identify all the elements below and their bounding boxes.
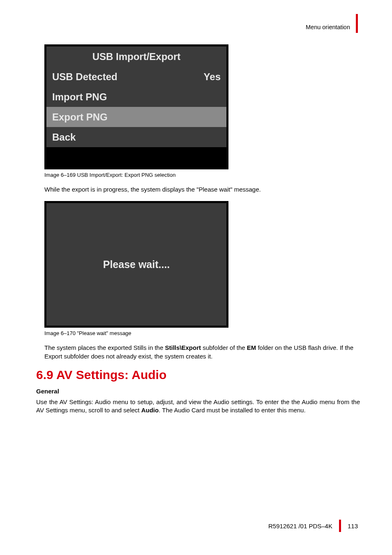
sub-heading-general: General — [36, 388, 358, 395]
menu-item-label: USB Detected — [52, 71, 118, 83]
page: Menu orientation USB Import/Export USB D… — [0, 0, 392, 555]
text-span: . The Audio Card must be installed to en… — [159, 407, 305, 414]
menu-item-label: Import PNG — [52, 91, 107, 103]
header-section-label: Menu orientation — [306, 24, 350, 30]
main-content: USB Import/Export USB Detected Yes Impor… — [44, 44, 358, 419]
menu-item-back[interactable]: Back — [46, 127, 226, 147]
menu-item-export-png[interactable]: Export PNG — [46, 107, 226, 127]
usb-import-export-menu: USB Import/Export USB Detected Yes Impor… — [44, 44, 228, 169]
paragraph-export-progress: While the export is in progress, the sys… — [44, 185, 358, 194]
footer-accent-bar — [339, 520, 341, 532]
please-wait-message: Please wait.... — [46, 203, 226, 326]
paragraph-general: Use the AV Settings: Audio menu to setup… — [36, 398, 360, 415]
header-accent-bar — [356, 14, 358, 33]
menu-item-import-png[interactable]: Import PNG — [46, 87, 226, 107]
please-wait-box: Please wait.... — [44, 201, 228, 328]
paragraph-export-location: The system places the exported Stills in… — [44, 344, 358, 361]
figure1-caption: Image 6–169 USB Import/Export: Export PN… — [44, 172, 358, 178]
menu-title: USB Import/Export — [46, 46, 226, 67]
menu-item-label: Back — [52, 132, 76, 143]
footer-doc-id: R5912621 /01 PDS–4K — [268, 523, 332, 530]
footer-page-number: 113 — [348, 523, 358, 530]
text-bold: Audio — [141, 407, 159, 414]
section-heading-av-audio: 6.9 AV Settings: Audio — [36, 368, 358, 382]
menu-item-value: Yes — [204, 71, 221, 83]
page-footer: R5912621 /01 PDS–4K 113 — [268, 520, 358, 532]
menu-item-usb-detected[interactable]: USB Detected Yes — [46, 67, 226, 87]
figure2-caption: Image 6–170 "Please wait" message — [44, 330, 358, 336]
menu-item-label: Export PNG — [52, 111, 108, 123]
text-bold: Stills\Export — [165, 344, 201, 351]
text-span: The system places the exported Stills in… — [44, 344, 165, 351]
menu-empty-row — [46, 147, 226, 167]
text-bold: EM — [247, 344, 256, 351]
text-span: subfolder of the — [201, 344, 247, 351]
